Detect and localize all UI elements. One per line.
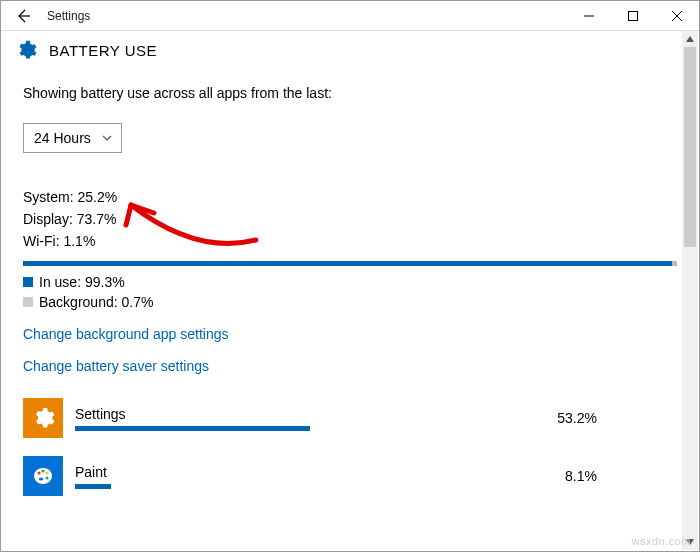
app-row[interactable]: Paint 8.1% [23,454,677,498]
minimize-button[interactable] [567,1,611,31]
page-header: BATTERY USE [1,31,699,67]
timeframe-dropdown[interactable]: 24 Hours [23,123,122,153]
stat-system-value: 25.2% [77,189,117,205]
svg-point-7 [45,471,48,474]
app-icon-settings [23,398,63,438]
legend-in-use-value: 99.3% [85,274,125,290]
chevron-up-icon [686,36,694,42]
svg-point-5 [37,471,40,474]
watermark: wsxdn.com [631,535,691,547]
app-pct: 8.1% [517,468,677,484]
link-bg-app-settings[interactable]: Change background app settings [23,326,677,342]
timeframe-value: 24 Hours [34,130,91,146]
legend-swatch-in-use [23,277,33,287]
stat-system-label: System: [23,189,74,205]
scrollbar[interactable] [682,31,698,550]
page-title: BATTERY USE [49,42,157,59]
scroll-thumb[interactable] [684,47,696,247]
legend-swatch-background [23,297,33,307]
usage-bar [23,261,677,266]
titlebar: Settings [1,1,699,31]
app-name-col: Settings [75,406,517,431]
scroll-up-button[interactable] [682,31,698,47]
maximize-button[interactable] [611,1,655,31]
back-icon [15,8,31,24]
legend-in-use: In use: 99.3% [23,274,677,290]
stat-display-label: Display: [23,211,73,227]
stat-display-value: 73.7% [77,211,117,227]
stat-wifi-value: 1.1% [63,233,95,249]
content-area: Showing battery use across all apps from… [1,67,699,549]
app-list: Settings 53.2% Paint 8.1% [23,396,677,498]
minimize-icon [584,11,594,21]
link-battery-saver-settings[interactable]: Change battery saver settings [23,358,677,374]
back-button[interactable] [1,1,45,31]
legend-background: Background: 0.7% [23,294,677,310]
chevron-down-icon [101,132,113,144]
app-progress-bar [75,484,111,489]
window-title: Settings [47,9,90,23]
svg-rect-1 [629,11,638,20]
app-progress-bar [75,426,310,431]
close-icon [672,11,682,21]
app-pct: 53.2% [517,410,677,426]
gear-icon [31,406,55,430]
svg-point-9 [39,477,43,480]
scroll-track[interactable] [682,47,698,534]
legend-in-use-label: In use: [39,274,81,290]
stat-wifi: Wi-Fi: 1.1% [23,233,677,249]
stat-system: System: 25.2% [23,189,677,205]
maximize-icon [628,11,638,21]
app-name: Paint [75,464,517,480]
app-row[interactable]: Settings 53.2% [23,396,677,440]
svg-point-8 [45,476,48,479]
timeframe-description: Showing battery use across all apps from… [23,85,677,101]
svg-point-6 [41,469,44,472]
legend-background-label: Background: [39,294,118,310]
paint-icon [31,464,55,488]
stat-display: Display: 73.7% [23,211,677,227]
usage-bar-in-use [23,261,672,266]
window-controls [567,1,699,31]
app-icon-paint [23,456,63,496]
legend-background-value: 0.7% [122,294,154,310]
app-name-col: Paint [75,464,517,489]
usage-bar-background [672,261,677,266]
stat-wifi-label: Wi-Fi: [23,233,60,249]
gear-icon [15,39,37,61]
app-name: Settings [75,406,517,422]
close-button[interactable] [655,1,699,31]
